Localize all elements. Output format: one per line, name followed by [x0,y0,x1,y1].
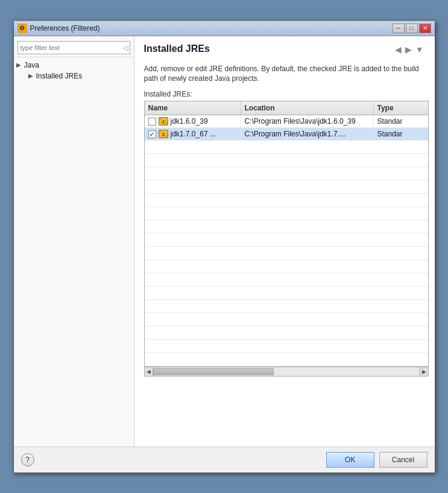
title-bar-left: ⚙ Preferences (Filtered) [17,24,100,33]
td-name-2: ✓ J jdk1.7.0_67 ... [145,128,241,140]
tree-area: ▶ Java ▶ Installed JREs [14,57,134,84]
window-title: Preferences (Filtered) [30,24,100,33]
main-title: Installed JREs [144,43,210,54]
table-row [145,194,428,207]
col-header-location: Location [241,101,374,115]
tree-label-installed-jres: Installed JREs [36,72,83,80]
scroll-track [153,367,420,376]
checkbox-1[interactable] [148,118,156,126]
window-icon: ⚙ [17,24,27,33]
scroll-left-button[interactable]: ◀ [145,367,153,376]
tree-label-java: Java [24,61,39,69]
jre-icon-2: J [159,130,168,138]
table-row [145,287,428,300]
cancel-button[interactable]: Cancel [379,452,427,468]
table-row [145,260,428,273]
bottom-right-buttons: OK Cancel [326,452,427,468]
td-name-1: J jdk1.6.0_39 [145,115,241,127]
nav-buttons: ◀ ▶ ▼ [394,45,425,54]
table-row [145,273,428,287]
nav-dropdown-button[interactable]: ▼ [414,45,425,54]
table-row [145,300,428,313]
table-header: Name Location Type [145,101,428,115]
table-row [145,141,428,154]
preferences-window: ⚙ Preferences (Filtered) ─ □ ✕ ◁ ▶ Java [13,21,435,473]
jre-table: Name Location Type J jdk1.6.0_39 [144,101,429,367]
maximize-button[interactable]: □ [406,24,418,33]
table-row [145,167,428,180]
table-row [145,353,428,366]
table-row [145,313,428,326]
table-and-scroll: Name Location Type J jdk1.6.0_39 [144,101,429,377]
table-row [145,220,428,234]
bottom-bar: ? OK Cancel [14,447,435,472]
content-area: ◁ ▶ Java ▶ Installed JREs Installed JREs [14,36,435,447]
scroll-right-button[interactable]: ▶ [420,367,428,376]
jre-icon-1: J [159,117,168,126]
table-row [145,180,428,194]
help-button[interactable]: ? [21,453,34,466]
filter-input-container: ◁ [14,39,134,57]
tree-item-installed-jres[interactable]: ▶ Installed JREs [26,71,134,81]
jre-name-2: jdk1.7.0_67 ... [171,130,216,138]
tree-arrow-java: ▶ [16,62,22,68]
close-button[interactable]: ✕ [419,24,431,33]
table-row[interactable]: J jdk1.6.0_39 C:\Program Files\Java\jdk1… [145,115,428,128]
scroll-thumb[interactable] [153,368,274,375]
main-body: Name Location Type J jdk1.6.0_39 [144,101,425,377]
table-row[interactable]: ✓ J jdk1.7.0_67 ... C:\Program Files\Jav… [145,128,428,141]
description-text: Add, remove or edit JRE definitions. By … [144,64,425,84]
title-buttons: ─ □ ✕ [393,24,431,33]
checkbox-2[interactable]: ✓ [148,130,156,138]
sidebar: ◁ ▶ Java ▶ Installed JREs [14,36,134,447]
filter-input[interactable] [17,41,130,54]
table-row [145,234,428,247]
title-bar: ⚙ Preferences (Filtered) ─ □ ✕ [14,21,435,36]
td-type-2: Standar [374,128,428,140]
ok-button[interactable]: OK [326,452,374,468]
table-rows-area: J jdk1.6.0_39 C:\Program Files\Java\jdk1… [145,115,428,366]
tree-child-area: ▶ Installed JREs [14,71,134,81]
table-row [145,326,428,340]
jre-name-1: jdk1.6.0_39 [171,117,208,126]
tree-arrow-jres: ▶ [28,72,34,79]
table-row [145,340,428,353]
main-panel: Installed JREs ◀ ▶ ▼ Add, remove or edit… [134,36,435,447]
nav-back-button[interactable]: ◀ [394,45,403,54]
nav-forward-button[interactable]: ▶ [404,45,413,54]
td-location-1: C:\Program Files\Java\jdk1.6.0_39 [241,115,374,127]
td-location-2: C:\Program Files\Java\jdk1.7.... [241,128,374,140]
section-label: Installed JREs: [144,90,425,98]
col-header-name: Name [145,101,241,115]
col-header-type: Type [374,101,428,115]
tree-item-java[interactable]: ▶ Java [14,60,134,71]
minimize-button[interactable]: ─ [393,24,405,33]
table-row [145,247,428,260]
table-row [145,207,428,220]
filter-clear-button[interactable]: ◁ [123,43,128,51]
table-row [145,154,428,167]
main-header: Installed JREs ◀ ▶ ▼ [144,43,425,58]
td-type-1: Standar [374,115,428,127]
horizontal-scrollbar[interactable]: ◀ ▶ [144,367,429,377]
